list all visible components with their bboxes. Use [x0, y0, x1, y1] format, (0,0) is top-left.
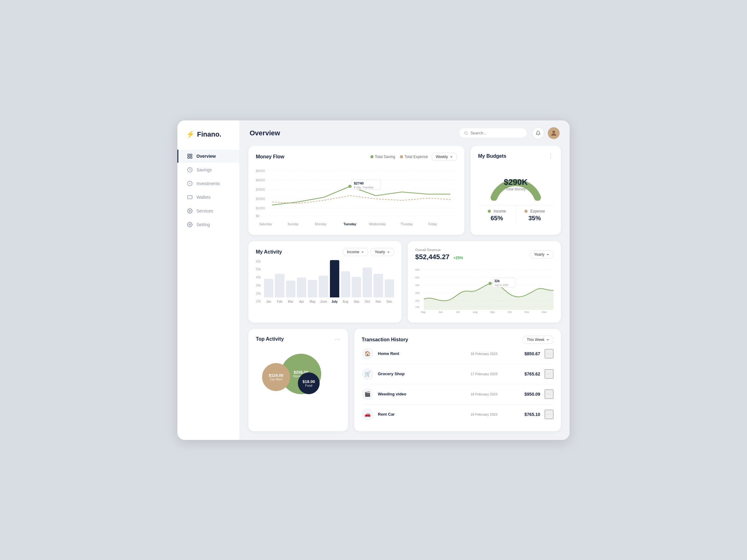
txn-more-button-1[interactable]: ···	[545, 369, 553, 379]
svg-point-7	[189, 224, 191, 225]
budget-center: $290K Total Money	[504, 177, 528, 191]
expense-dot	[400, 155, 403, 158]
svg-text:$0: $0	[256, 214, 260, 218]
bar-label-jan: Jan	[266, 300, 271, 303]
svg-text:Tuesday: Tuesday	[343, 222, 356, 226]
bar-group-nov: Nov	[374, 274, 383, 303]
bell-button[interactable]	[532, 127, 544, 139]
txn-name-2: Weeding video	[378, 392, 466, 396]
activity-yearly-dropdown[interactable]: Yearly	[371, 248, 394, 256]
svg-rect-1	[190, 154, 192, 156]
top-activity-more-button[interactable]: ⋯	[335, 336, 340, 343]
txn-icon-1: 🛒	[362, 368, 374, 380]
txn-more-button-0[interactable]: ···	[545, 349, 553, 358]
revenue-header-left: Overall Revenue $52,445.27 +25%	[415, 248, 526, 261]
activity-y-axis: 60k 50k 40k 30k 20k 10k	[256, 260, 263, 303]
budget-title: My Budgets	[478, 153, 544, 159]
bar-jan[interactable]	[264, 279, 273, 297]
txn-date-3: 19 February 2023	[471, 412, 511, 416]
svg-text:Dec: Dec	[542, 310, 546, 313]
sidebar-item-investments[interactable]: Investments	[177, 177, 239, 190]
budget-amount: $290K	[504, 177, 528, 187]
transactions-card: Transaction History This Week 🏠 Home Ren…	[354, 329, 561, 431]
saving-dot	[370, 155, 374, 158]
top-activity-card: Top Activity ⋯ $256.00 Home Rent $124.00…	[248, 329, 348, 431]
bar-dec[interactable]	[385, 279, 394, 297]
bar-june[interactable]	[319, 276, 328, 297]
avatar[interactable]	[548, 127, 560, 139]
svg-rect-3	[190, 157, 192, 158]
svg-text:$1000: $1000	[256, 207, 265, 210]
search-icon	[464, 131, 468, 135]
activity-bars: JanFebMarAprMayJuneJulyAugSepOctNovDec	[264, 260, 394, 303]
search-bar[interactable]	[459, 128, 527, 138]
bar-label-dec: Dec	[387, 300, 392, 303]
sidebar-item-services[interactable]: Services	[177, 205, 239, 217]
svg-point-46	[489, 282, 491, 285]
bar-group-may: May	[308, 280, 317, 303]
wallets-icon	[187, 194, 193, 200]
money-flow-dropdown[interactable]: Weekly	[432, 153, 457, 161]
bar-sep[interactable]	[352, 277, 361, 297]
overview-icon	[187, 153, 193, 159]
row-top: Money Flow Total Saving Total Expense	[248, 146, 561, 235]
legend-expense-label: Total Expense	[404, 155, 428, 159]
revenue-yearly-dropdown[interactable]: Yearly	[530, 250, 553, 259]
sidebar-item-setting[interactable]: Setting	[177, 218, 239, 231]
expense-pct: 35%	[519, 215, 550, 222]
svg-text:$4000: $4000	[256, 169, 265, 173]
row-middle: My Activity Income Yearly	[248, 241, 561, 323]
income-label-text: Income	[494, 209, 506, 213]
txn-date-1: 17 February 2023	[471, 372, 511, 376]
sidebar-item-wallets[interactable]: Wallets	[177, 191, 239, 204]
svg-point-23	[348, 185, 352, 188]
budget-more-button[interactable]: ⋮	[548, 153, 553, 160]
bar-aug[interactable]	[341, 271, 350, 297]
bar-may[interactable]	[308, 280, 317, 297]
txn-more-button-3[interactable]: ···	[545, 410, 553, 419]
sidebar-investments-label: Investments	[197, 181, 220, 186]
txn-amount-0: $850.67	[515, 351, 540, 356]
bubble-food-label: Food	[305, 384, 312, 387]
bar-label-mar: Mar	[288, 300, 293, 303]
budget-donut: $290K Total Money	[478, 163, 553, 201]
bar-label-aug: Aug	[343, 300, 348, 303]
txn-date-2: 18 February 2023	[471, 392, 511, 396]
transactions-list: 🏠 Home Rent 16 February 2023 $850.67 ···…	[362, 344, 553, 424]
budget-income-stat: Income 65%	[478, 205, 516, 224]
bar-oct[interactable]	[363, 268, 372, 297]
revenue-card: Overall Revenue $52,445.27 +25% Yearly	[408, 241, 561, 323]
activity-bar-chart: JanFebMarAprMayJuneJulyAugSepOctNovDec	[264, 260, 394, 303]
transaction-item-3: 🚗 Rent Car 19 February 2023 $765.10 ···	[362, 404, 553, 424]
bar-feb[interactable]	[275, 274, 284, 297]
bar-label-sep: Sep	[354, 300, 359, 303]
bar-label-nov: Nov	[376, 300, 381, 303]
search-input[interactable]	[470, 131, 522, 135]
money-flow-dropdown-label: Weekly	[436, 155, 448, 159]
sidebar-item-overview[interactable]: Overview	[177, 150, 239, 163]
bar-mar[interactable]	[286, 281, 295, 297]
transactions-chevron-icon	[546, 338, 549, 341]
bar-label-may: May	[310, 300, 316, 303]
svg-text:30k: 30k	[415, 291, 419, 294]
svg-text:May: May	[421, 310, 426, 313]
bar-group-mar: Mar	[286, 281, 295, 303]
txn-more-button-2[interactable]: ···	[545, 390, 553, 399]
transactions-filter-dropdown[interactable]: This Week	[523, 336, 553, 344]
budget-stats: Income 65% Expense 35%	[478, 205, 553, 224]
svg-text:40k: 40k	[415, 284, 419, 287]
bar-july[interactable]	[330, 260, 339, 297]
budget-label: Total Money	[504, 187, 528, 191]
sidebar-item-savings[interactable]: Savings	[177, 163, 239, 177]
bar-apr[interactable]	[297, 277, 306, 297]
svg-text:50k: 50k	[415, 276, 419, 279]
money-flow-legend: Total Saving Total Expense	[370, 155, 428, 159]
bubble-area: $256.00 Home Rent $124.00 Car Rent $18.0…	[256, 348, 340, 403]
bar-group-sep: Sep	[352, 277, 361, 303]
transaction-item-0: 🏠 Home Rent 16 February 2023 $850.67 ···	[362, 344, 553, 364]
money-flow-chart: $4000 $4000 $3000 $2000 $1000 $0	[256, 165, 457, 228]
txn-name-1: Grocery Shop	[378, 371, 466, 376]
budget-expense-dot	[524, 210, 527, 213]
activity-income-dropdown[interactable]: Income	[343, 248, 368, 256]
bar-nov[interactable]	[374, 274, 383, 297]
